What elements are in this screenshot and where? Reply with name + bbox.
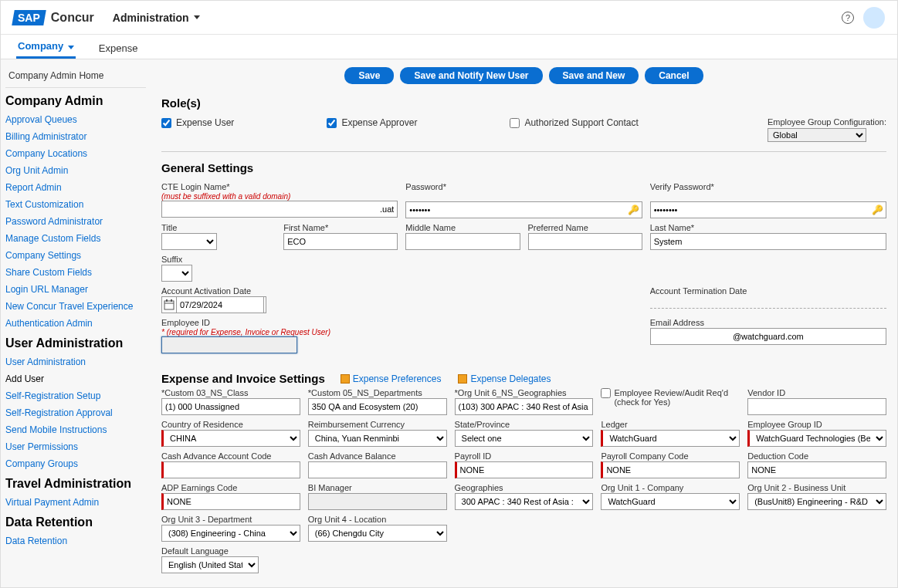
ou1-select[interactable]: WatchGuard [601, 493, 740, 510]
sidebar-link-share-custom-fields[interactable]: Share Custom Fields [5, 264, 146, 281]
suffix-select[interactable] [161, 265, 192, 282]
sidebar-link-new-concur-travel[interactable]: New Concur Travel Experience [5, 298, 146, 315]
reimb-label: Reimbursement Currency [308, 420, 447, 429]
lang-select[interactable]: English (United States) [161, 556, 259, 573]
sidebar-link-virtual-payment[interactable]: Virtual Payment Admin [5, 494, 146, 511]
middle-name-label: Middle Name [405, 223, 520, 232]
cash-adv-code-label: Cash Advance Account Code [161, 451, 300, 461]
cancel-button[interactable]: Cancel [645, 67, 703, 84]
cash-adv-bal-label: Cash Advance Balance [308, 451, 447, 461]
orgunit6-input[interactable] [455, 398, 594, 415]
sidebar-heading-travel-admin: Travel Administration [5, 477, 146, 491]
deduction-label: Deduction Code [747, 451, 886, 461]
tab-expense[interactable]: Expense [97, 38, 140, 59]
expense-preferences-link[interactable]: Expense Preferences [341, 373, 442, 384]
sidebar-link-add-user[interactable]: Add User [5, 370, 146, 387]
activation-date-value[interactable] [176, 296, 264, 313]
sidebar-link-user-admin[interactable]: User Administration [5, 353, 146, 370]
preferences-icon [341, 374, 350, 384]
role-expense-user[interactable]: Expense User [161, 117, 234, 128]
sidebar-link-company-groups[interactable]: Company Groups [5, 455, 146, 472]
email-input[interactable] [650, 328, 886, 345]
termination-date-field[interactable] [650, 296, 886, 309]
role-expense-approver-checkbox[interactable] [327, 118, 337, 128]
employee-id-input[interactable] [161, 336, 297, 353]
last-name-input[interactable] [650, 233, 886, 250]
role-expense-approver-label: Expense Approver [341, 117, 417, 128]
cte-login-input[interactable] [161, 201, 398, 218]
sidebar-link-login-url-manager[interactable]: Login URL Manager [5, 281, 146, 298]
sidebar-link-org-unit-admin[interactable]: Org Unit Admin [5, 162, 146, 179]
state-select[interactable]: Select one [455, 430, 594, 447]
help-icon[interactable]: ? [842, 12, 854, 24]
role-expense-user-checkbox[interactable] [161, 118, 171, 128]
administration-dropdown[interactable]: Administration [113, 12, 200, 24]
payroll-id-label: Payroll ID [455, 451, 594, 461]
adp-label: ADP Earnings Code [161, 483, 300, 492]
country-select[interactable]: CHINA [161, 430, 300, 447]
activation-date-input[interactable] [161, 296, 266, 313]
preferred-name-label: Preferred Name [528, 223, 642, 232]
geo-select[interactable]: 300 APAC : 340 Rest of Asia : : [455, 493, 594, 510]
payroll-comp-input[interactable] [601, 461, 740, 478]
sidebar-heading-data-retention: Data Retention [5, 515, 146, 529]
sidebar-link-text-customization[interactable]: Text Customization [5, 196, 146, 213]
sidebar-heading-user-admin: User Administration [5, 336, 146, 350]
expense-delegates-link[interactable]: Expense Delegates [458, 373, 551, 384]
breadcrumb[interactable]: Company Admin Home [8, 70, 143, 81]
password-input[interactable] [405, 201, 642, 218]
deduction-input[interactable] [747, 461, 886, 478]
sidebar-link-approval-queues[interactable]: Approval Queues [5, 111, 146, 128]
orgunit6-label: *Org Unit 6_NS_Geographies [455, 388, 594, 397]
save-button[interactable]: Save [344, 67, 394, 84]
sidebar-link-self-reg-approval[interactable]: Self-Registration Approval [5, 404, 146, 421]
sidebar-link-authentication-admin[interactable]: Authentication Admin [5, 315, 146, 332]
ou4-select[interactable]: (66) Chengdu City [308, 525, 447, 542]
group-id-select[interactable]: WatchGuard Technologies (Be [747, 430, 886, 447]
role-expense-approver[interactable]: Expense Approver [327, 117, 417, 128]
state-label: State/Province [455, 420, 594, 429]
preferred-name-input[interactable] [528, 233, 642, 250]
svg-rect-3 [171, 299, 172, 302]
cash-adv-code-input[interactable] [161, 461, 300, 478]
cte-login-hint: (must be suffixed with a valid domain) [161, 192, 398, 201]
group-id-label: Employee Group ID [747, 420, 886, 429]
sidebar-link-user-permissions[interactable]: User Permissions [5, 438, 146, 455]
vendor-id-input[interactable] [747, 398, 886, 415]
egc-select[interactable]: Global [768, 128, 866, 142]
custom03-input[interactable] [161, 398, 300, 415]
employee-review-checkbox[interactable] [601, 388, 611, 398]
lang-label: Default Language [161, 546, 300, 556]
sidebar-link-manage-custom-fields[interactable]: Manage Custom Fields [5, 230, 146, 247]
ou3-select[interactable]: (308) Engineering - China [161, 525, 300, 542]
sidebar-link-billing-admin[interactable]: Billing Administrator [5, 128, 146, 145]
sidebar-link-company-settings[interactable]: Company Settings [5, 247, 146, 264]
reimb-select[interactable]: China, Yuan Renminbi [308, 430, 447, 447]
sidebar-link-password-admin[interactable]: Password Administrator [5, 213, 146, 230]
tab-company[interactable]: Company [16, 35, 76, 59]
first-name-input[interactable] [283, 233, 398, 250]
custom05-input[interactable] [308, 398, 447, 415]
sidebar-link-company-locations[interactable]: Company Locations [5, 145, 146, 162]
ou2-select[interactable]: (BusUnit8) Engineering - R&D [747, 493, 886, 510]
middle-name-input[interactable] [405, 233, 520, 250]
sidebar-link-send-mobile[interactable]: Send Mobile Instructions [5, 421, 146, 438]
save-new-button[interactable]: Save and New [549, 67, 639, 84]
save-notify-button[interactable]: Save and Notify New User [400, 67, 542, 84]
adp-input[interactable] [161, 493, 300, 510]
verify-password-input[interactable] [650, 201, 886, 218]
bi-input[interactable] [308, 493, 447, 510]
role-authorized-support-label: Authorized Support Contact [524, 117, 638, 128]
avatar[interactable] [863, 7, 885, 29]
payroll-id-input[interactable] [455, 461, 594, 478]
sidebar-link-report-admin[interactable]: Report Admin [5, 179, 146, 196]
role-authorized-support-checkbox[interactable] [510, 118, 520, 128]
sidebar-link-data-retention[interactable]: Data Retention [5, 532, 146, 549]
geo-label: Geographies [455, 483, 594, 492]
role-authorized-support[interactable]: Authorized Support Contact [510, 117, 638, 128]
general-title: General Settings [161, 161, 886, 174]
sidebar-link-self-reg-setup[interactable]: Self-Registration Setup [5, 387, 146, 404]
title-select[interactable] [161, 233, 217, 250]
ledger-select[interactable]: WatchGuard [601, 430, 740, 447]
cash-adv-bal-input[interactable] [308, 461, 447, 478]
